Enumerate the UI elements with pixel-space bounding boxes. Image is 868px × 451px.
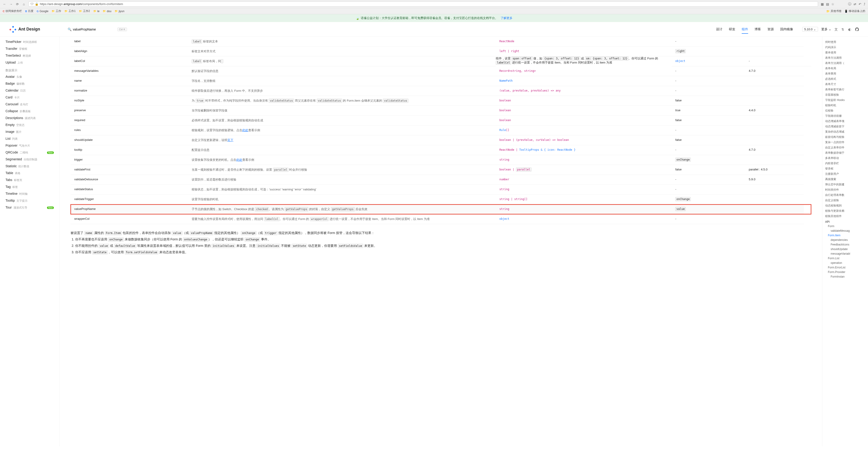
- sidebar-item[interactable]: Collapse 折叠面板: [0, 108, 59, 115]
- nav-item[interactable]: 资源: [767, 23, 774, 36]
- nav-item[interactable]: 国内镜像: [780, 23, 793, 36]
- direction-icon[interactable]: ⇅: [841, 28, 845, 31]
- sidebar-item[interactable]: Image 图片: [0, 129, 59, 135]
- anchor-link[interactable]: 表单布局: [824, 66, 866, 71]
- sidebar-item[interactable]: Statistic 统计数值: [0, 163, 59, 170]
- sidebar-item[interactable]: Badge 徽标数: [0, 80, 59, 87]
- back-icon[interactable]: ←: [3, 2, 6, 6]
- logo[interactable]: Ant Design: [9, 26, 40, 33]
- home-icon[interactable]: ⌂: [22, 2, 26, 6]
- sidebar-item[interactable]: TreeSelect 树选择: [0, 52, 59, 59]
- anchor-link[interactable]: 表单方法调用（: [824, 61, 866, 66]
- anchor-link[interactable]: Form.Provider: [824, 270, 866, 274]
- more-button[interactable]: 更多 ⌄: [821, 27, 831, 31]
- anchor-link[interactable]: 代码演示: [824, 45, 866, 50]
- theme-icon[interactable]: ◐: [848, 28, 852, 31]
- anchor-link[interactable]: FeedbackIcons: [824, 242, 866, 247]
- sidebar-item[interactable]: Card 卡片: [0, 94, 59, 101]
- anchor-link[interactable]: FormInstan: [824, 274, 866, 279]
- sidebar-item[interactable]: Segmented 分段控制器: [0, 156, 59, 163]
- search-input[interactable]: [71, 27, 113, 32]
- anchor-link[interactable]: 多表单联动: [824, 156, 866, 161]
- anchor-link[interactable]: 字段路径前缀: [824, 113, 866, 119]
- sidebar-item[interactable]: Tour 漫游式引导New: [0, 204, 59, 211]
- anchor-link[interactable]: shouldUpdate: [824, 247, 866, 251]
- bookmark-item[interactable]: 📁其他书签: [826, 9, 842, 13]
- bookmark-item[interactable]: 📁工作2: [79, 9, 90, 13]
- anchor-link[interactable]: 必选样式: [824, 76, 866, 82]
- reader-icon[interactable]: ▤: [826, 2, 829, 6]
- sidebar-item[interactable]: Tabs 标签页: [0, 177, 59, 184]
- sidebar-item[interactable]: Carousel 走马灯: [0, 101, 59, 108]
- anchor-link[interactable]: 登录框: [824, 166, 866, 171]
- sidebar-item[interactable]: Tag 标签: [0, 184, 59, 190]
- anchor-link[interactable]: dependencies: [824, 238, 866, 242]
- anchor-link[interactable]: 弹出层中的新建: [824, 182, 866, 187]
- sidebar-item[interactable]: Timeline 时间轴: [0, 190, 59, 197]
- anchor-link[interactable]: Form: [824, 224, 866, 228]
- anchor-link[interactable]: 时间类控件: [824, 187, 866, 193]
- anchor-link[interactable]: Form.List: [824, 256, 866, 261]
- anchor-link[interactable]: 动态增减表单项: [824, 119, 866, 124]
- bookmark-item[interactable]: 📁le: [93, 9, 99, 13]
- sidebar-item[interactable]: Transfer 穿梭框: [0, 46, 59, 52]
- bookmark-item[interactable]: 📁dou: [103, 9, 112, 13]
- url-bar[interactable]: 🛡 🔒 https://ant-design.antgroup.com/comp…: [28, 1, 818, 7]
- anchor-link[interactable]: 表单数据存储于: [824, 150, 866, 156]
- anchor-link[interactable]: 基本使用: [824, 50, 866, 55]
- bookmark-item[interactable]: 📁工作: [52, 9, 61, 13]
- anchor-link[interactable]: Form.Item: [824, 233, 866, 238]
- sidebar-item[interactable]: Calendar 日历: [0, 87, 59, 94]
- banner-link[interactable]: 了解更多: [501, 16, 513, 20]
- anchor-link[interactable]: operation: [824, 261, 866, 265]
- anchor-link[interactable]: 表单禁用: [824, 71, 866, 76]
- anchor-link[interactable]: messageVariabl: [824, 251, 866, 256]
- anchor-link[interactable]: 内联登录栏: [824, 161, 866, 166]
- sidebar-item[interactable]: Empty 空状态: [0, 121, 59, 129]
- anchor-link[interactable]: 表单标签可换行: [824, 87, 866, 92]
- anchor-link[interactable]: 复杂的动态增减: [824, 129, 866, 135]
- sidebar-item[interactable]: Popover 气泡卡片: [0, 142, 59, 149]
- lang-icon[interactable]: 文: [835, 28, 838, 31]
- extensions-icon[interactable]: ⇄: [854, 2, 856, 6]
- anchor-link[interactable]: 表单尺寸: [824, 82, 866, 87]
- sidebar-item[interactable]: TimePicker 时间选择框: [0, 38, 59, 46]
- bookmark-item[interactable]: B百度: [25, 9, 33, 13]
- anchor-link[interactable]: Form.ErrorList: [824, 265, 866, 270]
- version-select[interactable]: 5.10.0 ⌄: [802, 27, 818, 32]
- nav-item[interactable]: 研发: [729, 23, 735, 36]
- anchor-link[interactable]: validateMessag: [824, 228, 866, 233]
- sidebar-item[interactable]: QRCode 二维码New: [0, 149, 59, 156]
- anchor-link[interactable]: 高级搜索: [824, 177, 866, 182]
- anchor-link[interactable]: 校验与更新依赖: [824, 208, 866, 214]
- github-icon[interactable]: [855, 28, 859, 31]
- sidebar-item[interactable]: Table 表格: [0, 170, 59, 177]
- anchor-link[interactable]: 校验时机: [824, 103, 866, 108]
- bookmark-item[interactable]: 📱移动设备上的: [844, 9, 865, 13]
- anchor-link[interactable]: 注册新用户: [824, 171, 866, 177]
- anchor-link[interactable]: 复杂一点的控件: [824, 140, 866, 145]
- anchor-link[interactable]: 校验其他组件: [824, 214, 866, 219]
- account-icon[interactable]: ⓘ: [848, 2, 851, 6]
- bookmark-item[interactable]: GGoogle: [37, 9, 49, 13]
- anchor-link[interactable]: 自定义表单控件: [824, 145, 866, 150]
- anchor-link[interactable]: 非阻塞校验: [824, 92, 866, 97]
- nav-item[interactable]: 设计: [716, 23, 722, 36]
- sidebar-item[interactable]: List 列表: [0, 135, 59, 142]
- forward-icon[interactable]: →: [9, 2, 13, 6]
- nav-item[interactable]: 组件: [742, 23, 748, 36]
- anchor-link[interactable]: 嵌套结构与校验: [824, 135, 866, 140]
- bookmark-item[interactable]: 📁工作1: [64, 9, 75, 13]
- sidebar-item[interactable]: Upload 上传: [0, 59, 59, 66]
- qr-icon[interactable]: ▦: [821, 2, 824, 6]
- anchor-link[interactable]: 何时使用: [824, 39, 866, 45]
- anchor-link[interactable]: 动态增减嵌套字: [824, 124, 866, 129]
- anchor-link[interactable]: 仅校验: [824, 108, 866, 113]
- anchor-link[interactable]: 表单方法调用: [824, 55, 866, 61]
- anchor-link[interactable]: 自行处理表单数: [824, 193, 866, 198]
- star-icon[interactable]: ☆: [831, 2, 834, 6]
- export-icon[interactable]: ⤴: [864, 2, 865, 6]
- bookmark-item[interactable]: C徐同保的专栏: [3, 9, 22, 13]
- sidebar-item[interactable]: Descriptions 描述列表: [0, 115, 59, 121]
- sidebar-item[interactable]: Avatar 头像: [0, 74, 59, 80]
